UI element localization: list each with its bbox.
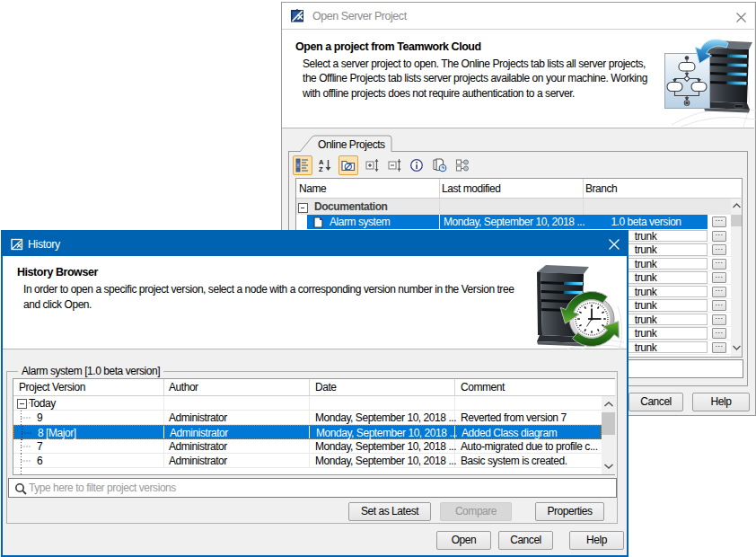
- svg-text:Z: Z: [319, 165, 323, 172]
